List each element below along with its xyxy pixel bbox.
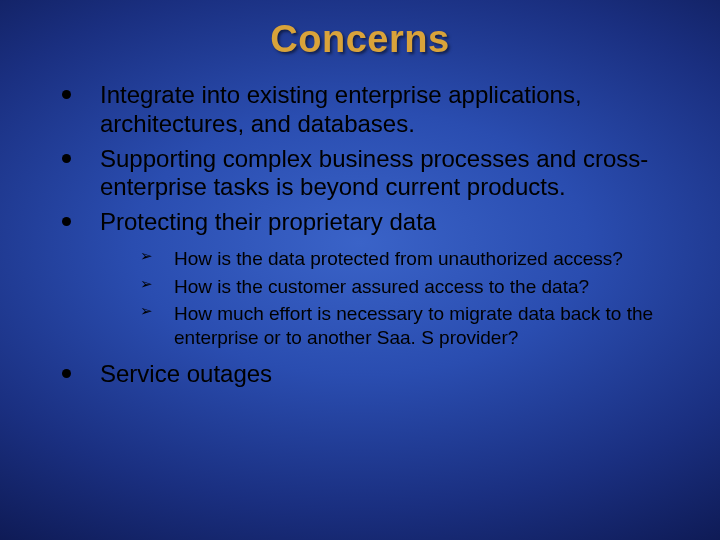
slide-title: Concerns [40, 18, 680, 61]
bullet-item: Service outages [60, 360, 680, 389]
bullet-text: Protecting their proprietary data [100, 208, 436, 235]
sub-bullet-text: How is the data protected from unauthori… [174, 248, 623, 269]
sub-bullet-item: How is the customer assured access to th… [140, 275, 680, 299]
sub-bullet-item: How much effort is necessary to migrate … [140, 302, 680, 350]
bullet-item: Supporting complex business processes an… [60, 145, 680, 203]
bullet-text: Service outages [100, 360, 272, 387]
bullet-item: Integrate into existing enterprise appli… [60, 81, 680, 139]
sub-bullet-text: How is the customer assured access to th… [174, 276, 589, 297]
slide: Concerns Integrate into existing enterpr… [0, 0, 720, 540]
bullet-item: Protecting their proprietary data How is… [60, 208, 680, 350]
sub-bullet-list: How is the data protected from unauthori… [100, 247, 680, 350]
bullet-text: Integrate into existing enterprise appli… [100, 81, 582, 137]
bullet-list: Integrate into existing enterprise appli… [40, 81, 680, 389]
bullet-text: Supporting complex business processes an… [100, 145, 648, 201]
sub-bullet-text: How much effort is necessary to migrate … [174, 303, 653, 348]
sub-bullet-item: How is the data protected from unauthori… [140, 247, 680, 271]
